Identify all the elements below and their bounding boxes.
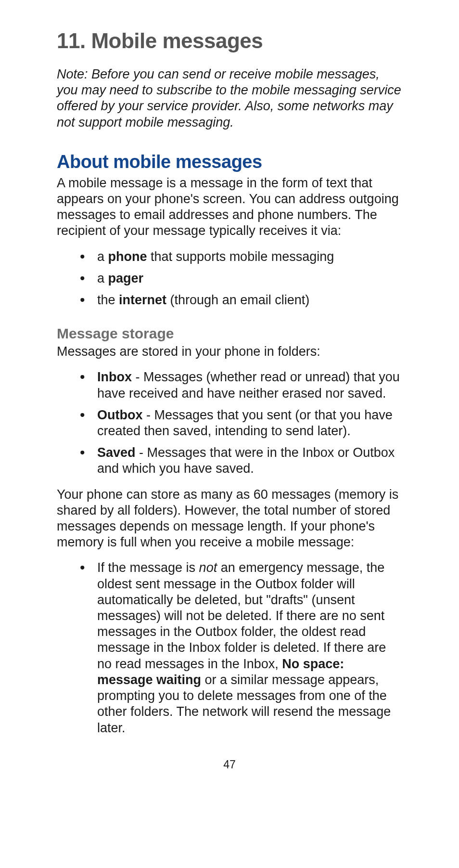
list-item: Outbox - Messages that you sent (or that… xyxy=(80,404,402,442)
folders-list: Inbox - Messages (whether read or unread… xyxy=(57,366,402,479)
list-item: a pager xyxy=(80,268,402,289)
section-title-about: About mobile messages xyxy=(57,152,402,172)
text: If the message is xyxy=(97,560,199,575)
bold-text: Inbox xyxy=(97,370,132,384)
receive-via-list: a phone that supports mobile messaging a… xyxy=(57,246,402,311)
list-item: the internet (through an email client) xyxy=(80,289,402,311)
text: a xyxy=(97,249,108,264)
document-page: 11. Mobile messages Note: Before you can… xyxy=(0,0,459,790)
text: that supports mobile messaging xyxy=(147,249,334,264)
chapter-title: 11. Mobile messages xyxy=(57,29,402,53)
storage-capacity: Your phone can store as many as 60 messa… xyxy=(57,487,402,551)
bold-text: Saved xyxy=(97,445,136,460)
text: an emergency message, the oldest sent me… xyxy=(97,560,386,671)
text: - Messages that were in the Inbox or Out… xyxy=(97,445,395,476)
italic-text: not xyxy=(199,560,217,575)
about-intro: A mobile message is a message in the for… xyxy=(57,175,402,239)
memory-full-list: If the message is not an emergency messa… xyxy=(57,557,402,738)
list-item: Inbox - Messages (whether read or unread… xyxy=(80,366,402,404)
storage-intro: Messages are stored in your phone in fol… xyxy=(57,344,402,360)
bold-text: phone xyxy=(108,249,147,264)
text: - Messages (whether read or unread) that… xyxy=(97,370,400,400)
note-paragraph: Note: Before you can send or receive mob… xyxy=(57,66,402,130)
chapter-number: 11. xyxy=(57,29,86,52)
list-item: a phone that supports mobile messaging xyxy=(80,246,402,268)
text: a xyxy=(97,271,108,285)
bold-text: pager xyxy=(108,271,144,285)
bold-text: Outbox xyxy=(97,408,143,422)
list-item: Saved - Messages that were in the Inbox … xyxy=(80,442,402,479)
list-item: If the message is not an emergency messa… xyxy=(80,557,402,738)
subheading-storage: Message storage xyxy=(57,325,402,342)
chapter-title-text: Mobile messages xyxy=(91,29,263,52)
text: (through an email client) xyxy=(166,293,309,307)
page-number: 47 xyxy=(57,758,402,771)
text: the xyxy=(97,293,119,307)
bold-text: internet xyxy=(119,293,166,307)
